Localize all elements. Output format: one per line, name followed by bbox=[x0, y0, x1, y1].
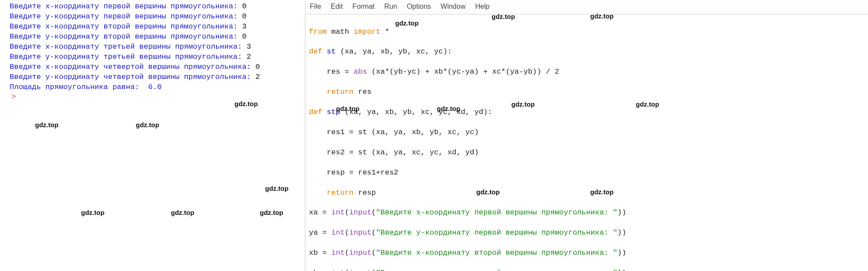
result-label: Площадь прямоугольника равна: bbox=[10, 83, 148, 91]
shell-output-line: Введите х-координату первой вершины прям… bbox=[10, 2, 302, 12]
watermark: gdz.top bbox=[35, 121, 58, 129]
shell-result-line: Площадь прямоугольника равна: 6.0 bbox=[10, 82, 302, 93]
code-editor[interactable]: from math import * def st (xa, ya, xb, y… bbox=[305, 14, 868, 271]
code-line: ya = int(input("Введите у-координату пер… bbox=[309, 228, 864, 238]
code-line: yb = int(input("Введите у-координату вто… bbox=[309, 268, 864, 271]
python-editor-pane: File Edit Format Run Options Window Help… bbox=[305, 0, 868, 271]
shell-output-line: Введите у-координату второй вершины прям… bbox=[10, 32, 302, 42]
watermark: gdz.top bbox=[395, 19, 418, 28]
watermark: gdz.top bbox=[260, 208, 283, 217]
code-line: res1 = st (xa, ya, xb, yb, xc, yc) bbox=[309, 128, 864, 138]
code-line: res = abs (xa*(yb-yc) + xb*(yc-ya) + xc*… bbox=[309, 67, 864, 77]
watermark: gdz.top bbox=[81, 208, 104, 217]
menu-run[interactable]: Run bbox=[384, 2, 397, 11]
code-line: xb = int(input("Введите х-координату вто… bbox=[309, 248, 864, 258]
code-line: xa = int(input("Введите х-координату пер… bbox=[309, 208, 864, 218]
watermark: gdz.top bbox=[171, 208, 194, 217]
code-line: from math import * bbox=[309, 27, 864, 37]
editor-menubar: File Edit Format Run Options Window Help bbox=[305, 0, 868, 14]
result-value: 6.0 bbox=[148, 83, 162, 91]
shell-output-line: Введите х-координату второй вершины прям… bbox=[10, 22, 302, 32]
shell-output-line: Введите у-координату первой вершины прям… bbox=[10, 12, 302, 22]
shell-output-line: Введите х-координату четвертой вершины п… bbox=[10, 62, 302, 72]
menu-edit[interactable]: Edit bbox=[331, 2, 343, 11]
code-line: def st (xa, ya, xb, yb, xc, yc): bbox=[309, 47, 864, 57]
menu-window[interactable]: Window bbox=[441, 2, 466, 11]
menu-help[interactable]: Help bbox=[475, 2, 489, 11]
shell-output-line: Введите х-координату третьей вершины пря… bbox=[10, 42, 302, 52]
code-line: resp = res1+res2 bbox=[309, 168, 864, 178]
menu-options[interactable]: Options bbox=[407, 2, 431, 11]
python-shell-pane[interactable]: Введите х-координату первой вершины прям… bbox=[0, 0, 305, 271]
code-line: def stp (xa, ya, xb, yb, xc, yc, xd, yd)… bbox=[309, 107, 864, 118]
shell-output-line: Введите у-координату третьей вершины пря… bbox=[10, 52, 302, 62]
shell-output-line: Введите у-координату четвертой вершины п… bbox=[10, 72, 302, 82]
code-line: res2 = st (xa, ya, xc, yc, xd, yd) bbox=[309, 148, 864, 158]
watermark: gdz.top bbox=[265, 184, 288, 193]
watermark: gdz.top bbox=[136, 121, 159, 129]
code-line: return resp bbox=[309, 188, 864, 198]
menu-format[interactable]: Format bbox=[352, 2, 375, 11]
menu-file[interactable]: File bbox=[310, 2, 321, 11]
code-line: return res bbox=[309, 87, 864, 97]
shell-prompt[interactable]: > bbox=[11, 92, 16, 102]
